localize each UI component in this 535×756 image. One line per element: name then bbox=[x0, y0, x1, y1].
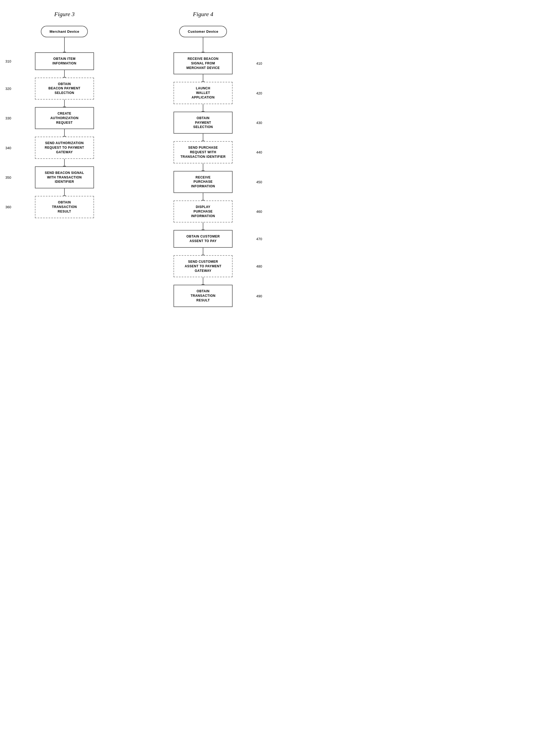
fig4-step-490-row: OBTAINTRANSACTIONRESULT 490 bbox=[144, 285, 262, 307]
fig3-step-310-row: 310 OBTAIN ITEMINFORMATION bbox=[5, 52, 124, 70]
fig4-step-480-box: SEND CUSTOMERASSENT TO PAYMENTGATEWAY bbox=[174, 255, 233, 277]
fig4-step-410-row: RECEIVE BEACONSIGNAL FROMMERCHANT DEVICE… bbox=[144, 52, 262, 74]
fig3-arrow-3 bbox=[64, 129, 65, 137]
fig4-flow: Customer Device RECEIVE BEACONSIGNAL FRO… bbox=[144, 26, 262, 307]
fig4-step-450-number: 450 bbox=[256, 180, 262, 184]
fig4-step-460-row: DISPLAYPURCHASEINFORMATION 460 bbox=[144, 201, 262, 223]
fig4-arrow-5 bbox=[203, 193, 203, 201]
fig4-arrow-4 bbox=[203, 163, 203, 171]
fig4-step-470-row: OBTAIN CUSTOMERASSENT TO PAY 470 bbox=[144, 230, 262, 248]
fig4-step-440-number: 440 bbox=[256, 150, 262, 154]
figure-3-title: Figure 3 bbox=[54, 11, 75, 18]
fig3-step-340-box: SEND AUTHORIZATIONREQUEST TO PAYMENTGATE… bbox=[35, 137, 94, 159]
fig4-step-420-number: 420 bbox=[256, 91, 262, 95]
fig4-step-460-number: 460 bbox=[256, 210, 262, 214]
fig3-step-310-box: OBTAIN ITEMINFORMATION bbox=[35, 52, 94, 70]
fig3-arrow-1 bbox=[64, 70, 65, 78]
fig4-arrow-3 bbox=[203, 134, 203, 141]
fig4-arrow-6 bbox=[203, 223, 203, 230]
fig4-step-430-row: OBTAINPAYMENTSELECTION 430 bbox=[144, 112, 262, 134]
fig4-step-420-row: LAUNCHWALLETAPPLICATION 420 bbox=[144, 82, 262, 104]
fig4-step-490-box: OBTAINTRANSACTIONRESULT bbox=[174, 285, 233, 307]
fig3-step-340-row: 340 SEND AUTHORIZATIONREQUEST TO PAYMENT… bbox=[5, 137, 124, 159]
fig4-step-420-box: LAUNCHWALLETAPPLICATION bbox=[174, 82, 233, 104]
fig3-arrow-2 bbox=[64, 99, 65, 107]
figure-4-title: Figure 4 bbox=[193, 11, 213, 18]
fig4-connector-0 bbox=[203, 37, 203, 45]
fig4-step-470-box: OBTAIN CUSTOMERASSENT TO PAY bbox=[174, 230, 233, 248]
fig3-step-330-box: CREATEAUTHORIZATIONREQUEST bbox=[35, 107, 94, 129]
fig4-arrow-8 bbox=[203, 277, 203, 285]
fig3-step-330-row: 330 CREATEAUTHORIZATIONREQUEST bbox=[5, 107, 124, 129]
fig3-step-350-box: SEND BEACON SIGNALWITH TRANSACTIONIDENTI… bbox=[35, 166, 94, 188]
fig4-step-430-box: OBTAINPAYMENTSELECTION bbox=[174, 112, 233, 134]
fig4-start-node: Customer Device bbox=[179, 26, 227, 37]
fig3-step-360-number: 360 bbox=[5, 205, 11, 209]
fig4-arrow-1 bbox=[203, 74, 203, 82]
fig4-step-440-row: SEND PURCHASEREQUEST WITHTRANSACTION IDE… bbox=[144, 141, 262, 163]
fig4-arrow-0 bbox=[203, 45, 203, 52]
fig3-step-350-row: 350 SEND BEACON SIGNALWITH TRANSACTIONID… bbox=[5, 166, 124, 188]
fig3-step-320-number: 320 bbox=[5, 86, 11, 91]
fig3-step-360-row: 360 OBTAINTRANSACTIONRESULT bbox=[5, 196, 124, 218]
page-container: Figure 3 Merchant Device 310 OBTAIN ITEM… bbox=[5, 11, 262, 307]
fig3-step-320-box: OBTAINBEACON PAYMENTSELECTION bbox=[35, 78, 94, 99]
fig4-step-460-box: DISPLAYPURCHASEINFORMATION bbox=[174, 201, 233, 223]
fig4-step-470-number: 470 bbox=[256, 237, 262, 241]
fig4-step-430-number: 430 bbox=[256, 121, 262, 124]
fig3-arrow-0 bbox=[64, 45, 65, 52]
fig3-step-340-number: 340 bbox=[5, 146, 11, 150]
figure-4-col: Figure 4 Customer Device RECEIVE BEACONS… bbox=[144, 11, 262, 307]
fig4-step-410-box: RECEIVE BEACONSIGNAL FROMMERCHANT DEVICE bbox=[174, 52, 233, 74]
fig4-step-480-number: 480 bbox=[256, 264, 262, 268]
fig4-step-490-number: 490 bbox=[256, 294, 262, 298]
fig3-flow: Merchant Device 310 OBTAIN ITEMINFORMATI… bbox=[5, 26, 124, 218]
fig3-step-350-number: 350 bbox=[5, 175, 11, 179]
fig4-step-440-box: SEND PURCHASEREQUEST WITHTRANSACTION IDE… bbox=[174, 141, 233, 163]
fig3-arrow-4 bbox=[64, 159, 65, 166]
fig3-connector-0 bbox=[64, 37, 65, 45]
figure-3-col: Figure 3 Merchant Device 310 OBTAIN ITEM… bbox=[5, 11, 124, 307]
fig4-arrow-2 bbox=[203, 104, 203, 112]
fig3-step-330-number: 330 bbox=[5, 116, 11, 120]
fig4-step-480-row: SEND CUSTOMERASSENT TO PAYMENTGATEWAY 48… bbox=[144, 255, 262, 277]
fig4-step-450-box: RECEIVEPURCHASEINFORMATION bbox=[174, 171, 233, 193]
fig3-arrow-5 bbox=[64, 188, 65, 196]
fig4-step-410-number: 410 bbox=[256, 62, 262, 66]
fig3-step-310-number: 310 bbox=[5, 59, 11, 63]
fig4-arrow-7 bbox=[203, 248, 203, 255]
fig3-start-node: Merchant Device bbox=[41, 26, 88, 37]
fig3-step-320-row: 320 OBTAINBEACON PAYMENTSELECTION bbox=[5, 78, 124, 99]
fig3-step-360-box: OBTAINTRANSACTIONRESULT bbox=[35, 196, 94, 218]
fig4-step-450-row: RECEIVEPURCHASEINFORMATION 450 bbox=[144, 171, 262, 193]
